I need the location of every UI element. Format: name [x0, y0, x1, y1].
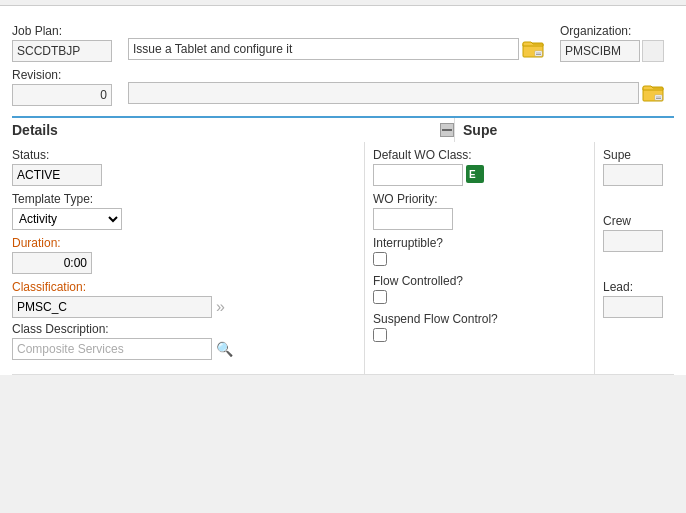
template-type-label: Template Type: [12, 192, 356, 206]
interruptible-field: Interruptible? [373, 236, 586, 266]
lead-label: Lead: [603, 280, 670, 294]
wo-priority-input[interactable] [373, 208, 453, 230]
job-plan-folder-icon[interactable] [522, 38, 544, 60]
default-wo-class-field: Default WO Class: E [373, 148, 586, 186]
interruptible-checkbox-row [373, 252, 586, 266]
revision-input[interactable] [12, 84, 112, 106]
flow-controlled-checkbox-row [373, 290, 586, 304]
details-header: Details [12, 118, 454, 142]
wo-class-input[interactable] [373, 164, 463, 186]
revision-label: Revision: [12, 68, 112, 82]
classification-label: Classification: [12, 280, 356, 294]
suspend-flow-checkbox[interactable] [373, 328, 387, 342]
organization-input[interactable] [560, 40, 640, 62]
job-plan-row: Job Plan: [12, 16, 674, 66]
wo-class-input-row: E [373, 164, 586, 186]
supe-field: Supe [603, 148, 670, 186]
wo-priority-field: WO Priority: [373, 192, 586, 230]
duration-input[interactable] [12, 252, 92, 274]
details-title: Details [12, 122, 58, 138]
resp-title: Supe [454, 118, 674, 142]
supe-label: Supe [603, 148, 670, 162]
flow-controlled-field: Flow Controlled? [373, 274, 586, 304]
classification-field: Classification: » [12, 280, 356, 318]
job-plan-description-input[interactable] [128, 38, 519, 60]
details-left-panel: Status: Template Type: Activity Job Plan… [12, 142, 364, 374]
interruptible-checkbox[interactable] [373, 252, 387, 266]
status-input[interactable] [12, 164, 102, 186]
svg-rect-1 [535, 51, 542, 56]
suspend-flow-checkbox-row [373, 328, 586, 342]
revision-group: Revision: [12, 68, 112, 106]
lead-field: Lead: [603, 280, 670, 318]
class-description-input-row: 🔍 [12, 338, 356, 360]
wo-class-excel-icon[interactable]: E [466, 165, 484, 186]
resp-panel: Supe Crew Lead: [594, 142, 674, 374]
job-plan-input[interactable] [12, 40, 112, 62]
main-content: Job Plan: [0, 6, 686, 375]
duration-field: Duration: [12, 236, 356, 274]
wo-priority-label: WO Priority: [373, 192, 586, 206]
revision-row: Revision: [12, 66, 674, 114]
class-description-field: Class Description: 🔍 [12, 322, 356, 360]
job-plan-description-group [128, 38, 544, 60]
template-type-select[interactable]: Activity Job Plan Route [13, 209, 121, 229]
class-description-search-icon[interactable]: 🔍 [216, 341, 233, 357]
job-plan-label: Job Plan: [12, 24, 112, 38]
organization-group: Organization: [560, 24, 664, 62]
template-type-select-wrapper[interactable]: Activity Job Plan Route [12, 208, 122, 230]
svg-rect-5 [655, 95, 662, 100]
flow-controlled-label: Flow Controlled? [373, 274, 586, 288]
suspend-flow-field: Suspend Flow Control? [373, 312, 586, 342]
class-description-input[interactable] [12, 338, 212, 360]
status-label: Status: [12, 148, 356, 162]
wo-class-panel: Default WO Class: E WO Priority: [364, 142, 594, 374]
class-description-label: Class Description: [12, 322, 356, 336]
revision-description-input[interactable] [128, 82, 639, 104]
organization-label: Organization: [560, 24, 664, 38]
duration-label: Duration: [12, 236, 356, 250]
classification-arrow-icon[interactable]: » [216, 298, 225, 316]
section-divider: Details Supe [12, 116, 674, 142]
template-type-field: Template Type: Activity Job Plan Route [12, 192, 356, 230]
lead-input[interactable] [603, 296, 663, 318]
svg-text:E: E [469, 169, 476, 180]
revision-description-group [128, 82, 664, 104]
top-form: Job Plan: [12, 16, 674, 114]
svg-rect-8 [442, 129, 452, 131]
classification-input-row: » [12, 296, 356, 318]
interruptible-label: Interruptible? [373, 236, 586, 250]
supe-input[interactable] [603, 164, 663, 186]
crew-label: Crew [603, 214, 670, 228]
crew-field: Crew [603, 214, 670, 252]
section-body: Status: Template Type: Activity Job Plan… [12, 142, 674, 375]
status-field: Status: [12, 148, 356, 186]
details-collapse-button[interactable] [440, 123, 454, 137]
suspend-flow-label: Suspend Flow Control? [373, 312, 586, 326]
revision-folder-icon[interactable] [642, 82, 664, 104]
classification-input[interactable] [12, 296, 212, 318]
flow-controlled-checkbox[interactable] [373, 290, 387, 304]
crew-input[interactable] [603, 230, 663, 252]
job-plan-group: Job Plan: [12, 24, 112, 62]
default-wo-class-label: Default WO Class: [373, 148, 586, 162]
